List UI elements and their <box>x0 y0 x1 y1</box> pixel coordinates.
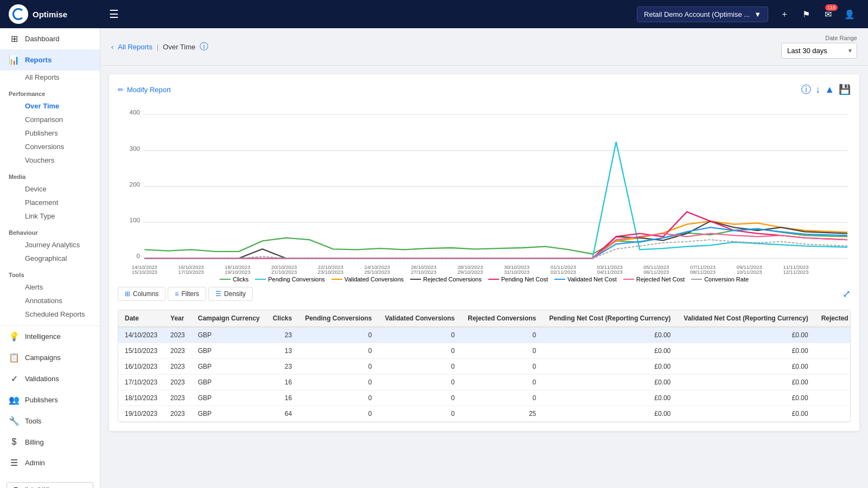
sidebar-item-publishers[interactable]: 👥 Publishers <box>0 389 100 410</box>
logo: Optimise <box>9 4 109 24</box>
cell-rejected-net: £0.00 <box>815 375 851 390</box>
th-rejected-net-cost[interactable]: Rejected Net Cost (Reporting Currency) <box>815 310 851 327</box>
download-icon[interactable]: ↓ <box>815 84 820 95</box>
cell-currency: GBP <box>192 390 266 406</box>
publishers-icon: 👥 <box>9 395 20 405</box>
sidebar-sub-conversions[interactable]: Conversions <box>0 140 100 153</box>
sidebar-item-intelligence[interactable]: 💡 Intelligence <box>0 326 100 347</box>
date-range-wrapper: Date Range Last 30 days Last 7 days Last… <box>781 35 857 59</box>
sidebar-item-admin[interactable]: ☰ Admin <box>0 452 100 473</box>
sidebar-sub-geographical[interactable]: Geographical <box>0 252 100 265</box>
date-range-select[interactable]: Last 30 days Last 7 days Last 90 days Cu… <box>781 43 857 59</box>
columns-icon: ⊞ <box>125 290 130 298</box>
svg-text:23/10/2023: 23/10/2023 <box>318 269 343 274</box>
sidebar-sub-publishers[interactable]: Publishers <box>0 126 100 140</box>
breadcrumb-all-reports[interactable]: All Reports <box>118 43 152 51</box>
cell-currency: GBP <box>192 327 266 343</box>
sidebar-sub-comparison[interactable]: Comparison <box>0 113 100 126</box>
legend-rejected-net-cost: Rejected Net Cost <box>623 276 685 282</box>
cell-pending-net: £0.00 <box>542 327 677 343</box>
legend-validated-net-cost: Validated Net Cost <box>554 276 617 282</box>
modify-report-button[interactable]: ✏ Modify Report <box>118 86 171 94</box>
legend-clicks: Clicks <box>220 276 248 282</box>
logo-circle <box>9 4 28 24</box>
cell-date: 18/10/2023 <box>118 390 164 406</box>
sidebar-item-label: Tools <box>25 417 41 425</box>
cell-year: 2023 <box>164 390 192 406</box>
sidebar-item-billing[interactable]: $ Billing <box>0 432 100 452</box>
campaigns-icon: 📋 <box>9 352 20 363</box>
mail-icon-btn[interactable]: ✉ 118 <box>818 4 838 24</box>
help-circle-icon[interactable]: ⓘ <box>801 83 811 96</box>
table-row[interactable]: 18/10/2023 2023 GBP 16 0 0 0 £0.00 £0.00… <box>118 390 851 406</box>
help-icon[interactable]: ⓘ <box>200 41 208 53</box>
cell-pending-net: £0.00 <box>542 359 677 375</box>
cell-year: 2023 <box>164 327 192 343</box>
sidebar-item-tools[interactable]: 🔧 Tools <box>0 410 100 432</box>
th-validated-net-cost[interactable]: Validated Net Cost (Reporting Currency) <box>677 310 814 327</box>
cell-clicks: 16 <box>266 390 298 406</box>
th-year[interactable]: Year <box>164 310 192 327</box>
account-dropdown-icon: ▼ <box>754 10 761 18</box>
flag-icon-btn[interactable]: ⚑ <box>796 4 816 24</box>
density-button[interactable]: ☰ Density <box>208 287 253 301</box>
th-date[interactable]: Date <box>118 310 164 327</box>
filters-button[interactable]: ≡ Filters <box>168 287 206 301</box>
sidebar-item-campaigns[interactable]: 📋 Campaigns <box>0 347 100 368</box>
sidebar-sub-journey-analytics[interactable]: Journey Analytics <box>0 238 100 252</box>
th-pending-conversions[interactable]: Pending Conversions <box>298 310 378 327</box>
language-selector[interactable]: English (UK) <box>7 482 93 488</box>
sidebar-sub-scheduled-reports[interactable]: Scheduled Reports <box>0 307 100 321</box>
sidebar-item-label: Billing <box>25 438 44 446</box>
cell-rejected-conv: 0 <box>461 375 542 390</box>
sidebar-sub-alerts[interactable]: Alerts <box>0 280 100 294</box>
table-row[interactable]: 15/10/2023 2023 GBP 13 0 0 0 £0.00 £0.00… <box>118 343 851 359</box>
breadcrumb-bar: ‹ All Reports | Over Time ⓘ Date Range L… <box>100 28 868 66</box>
save-icon[interactable]: 💾 <box>839 84 851 95</box>
table-row[interactable]: 19/10/2023 2023 GBP 64 0 0 25 £0.00 £0.0… <box>118 406 851 422</box>
cell-validated-net: £0.00 <box>677 327 814 343</box>
svg-text:27/10/2023: 27/10/2023 <box>411 269 436 274</box>
svg-text:12/11/2023: 12/11/2023 <box>783 269 808 274</box>
cell-rejected-net: £0.00 <box>815 343 851 359</box>
sidebar-sub-annotations[interactable]: Annotations <box>0 294 100 307</box>
cell-validated-net: £0.00 <box>677 390 814 406</box>
sidebar-item-validations[interactable]: ✓ Validations <box>0 368 100 389</box>
pencil-icon: ✏ <box>118 86 124 94</box>
chart-container: 0 100 200 300 400 14/10/2023 15/10/2023 … <box>118 100 851 274</box>
sidebar-sub-all-reports[interactable]: All Reports <box>0 70 100 84</box>
cell-rejected-net: £0.00 <box>815 359 851 375</box>
sidebar-sub-over-time[interactable]: Over Time <box>0 99 100 113</box>
cell-validated-net: £0.00 <box>677 375 814 390</box>
th-validated-conversions[interactable]: Validated Conversions <box>379 310 462 327</box>
sidebar-sub-vouchers[interactable]: Vouchers <box>0 153 100 167</box>
th-pending-net-cost[interactable]: Pending Net Cost (Reporting Currency) <box>542 310 677 327</box>
legend-rejected-conversions: Rejected Conversions <box>410 276 482 282</box>
upload-cloud-icon[interactable]: ▲ <box>825 84 834 95</box>
table-row[interactable]: 17/10/2023 2023 GBP 16 0 0 0 £0.00 £0.00… <box>118 375 851 390</box>
sidebar-sub-link-type[interactable]: Link Type <box>0 209 100 223</box>
date-range-label: Date Range <box>825 35 857 41</box>
th-rejected-conversions[interactable]: Rejected Conversions <box>461 310 542 327</box>
tools-icon: 🔧 <box>9 416 20 426</box>
table-row[interactable]: 16/10/2023 2023 GBP 23 0 0 0 £0.00 £0.00… <box>118 359 851 375</box>
cell-rejected-conv: 0 <box>461 359 542 375</box>
report-actions: ⓘ ↓ ▲ 💾 <box>801 83 851 96</box>
sidebar-item-dashboard[interactable]: ⊞ Dashboard <box>0 28 100 49</box>
columns-button[interactable]: ⊞ Columns <box>118 287 165 301</box>
cell-pending-conv: 0 <box>298 359 378 375</box>
expand-icon[interactable]: ⤢ <box>843 288 851 300</box>
user-icon-btn[interactable]: 👤 <box>840 4 859 24</box>
sidebar-item-reports[interactable]: 📊 Reports <box>0 49 100 70</box>
sidebar-sub-device[interactable]: Device <box>0 182 100 196</box>
account-selector[interactable]: Retail Demo Account (Optimise ... ▼ <box>637 7 768 22</box>
layout: ⊞ Dashboard 📊 Reports All Reports Perfor… <box>0 28 868 488</box>
cell-date: 17/10/2023 <box>118 375 164 390</box>
density-icon: ☰ <box>215 290 221 298</box>
hamburger-icon[interactable]: ☰ <box>109 8 119 21</box>
sidebar-sub-placement[interactable]: Placement <box>0 196 100 209</box>
th-clicks[interactable]: Clicks <box>266 310 298 327</box>
th-campaign-currency[interactable]: Campaign Currency <box>192 310 266 327</box>
add-icon-btn[interactable]: ＋ <box>775 4 794 24</box>
table-row[interactable]: 14/10/2023 2023 GBP 23 0 0 0 £0.00 £0.00… <box>118 327 851 343</box>
